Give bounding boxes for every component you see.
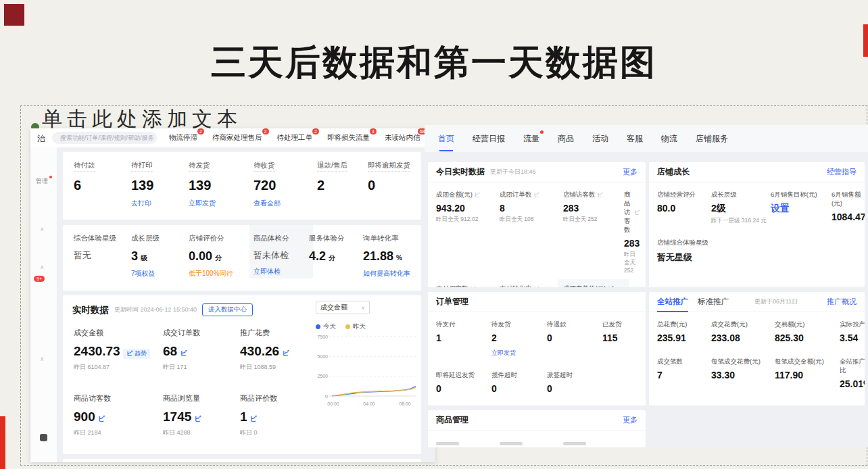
trend-chart-icon[interactable]: ビ — [194, 414, 201, 424]
nav-tab[interactable]: 客服 — [627, 133, 643, 145]
stat-cell: 待付款 6 — [74, 161, 131, 208]
chevron-up-icon[interactable]: ∧ — [40, 355, 45, 362]
stat-value: 2级 — [711, 203, 771, 215]
stat-label: 交易额(元) — [775, 320, 840, 329]
trend-chart-icon[interactable]: ビ — [534, 191, 539, 199]
slide-title: 三天后数据和第一天数据图 — [0, 39, 868, 87]
tab-standard-promo[interactable]: 标准推广 — [698, 297, 729, 307]
stat-cell: 即将延迟发货 0 — [436, 371, 491, 396]
stat-label: 成交订单数 — [163, 328, 200, 337]
search-placeholder: 搜索功能/订单/课程/规则/帮助/服务 — [60, 134, 154, 143]
chart-legend: 今天 昨天 — [316, 322, 418, 331]
stat-link[interactable]: 如何提高转化率 — [363, 269, 410, 278]
nav-item[interactable]: 即将损失流量 4 — [327, 133, 370, 143]
nav-tab[interactable]: 首页 — [438, 133, 454, 145]
stat-cell: 交易额(元) 825.30 — [775, 320, 840, 345]
nav-tab[interactable]: 经营日报 — [473, 133, 505, 145]
svg-text:5000: 5000 — [317, 354, 328, 359]
stat-label: 商品浏览量 — [163, 394, 200, 402]
nav-tab[interactable]: 商品 — [558, 133, 574, 145]
trend-chart-icon[interactable]: ビ — [608, 285, 613, 287]
stat-value: 0 — [547, 332, 602, 343]
nav-tab[interactable]: 流量 — [523, 133, 539, 145]
left-top-navbar: 治 搜索功能/订单/课程/规则/帮助/服务 物流停滞 2 待商家处理售后 — [30, 128, 435, 147]
nav-tab-label: 商品 — [558, 134, 574, 143]
promo-overview-link[interactable]: 推广概况 — [827, 297, 857, 307]
chart-metric-select[interactable]: 成交金额 ∨ — [316, 301, 370, 314]
stat-value: 设置 — [771, 203, 831, 215]
sidebar-app-icon[interactable] — [40, 434, 47, 441]
stat-link[interactable]: 低于100%同行 — [189, 269, 233, 278]
stat-link[interactable]: 7项权益 — [131, 269, 155, 278]
stat-value: 1 — [436, 332, 491, 343]
guidance-link[interactable]: 经营指导 — [827, 167, 857, 177]
stat-value: 80.0 — [657, 203, 711, 214]
nav-item[interactable]: 待商家处理售后 2 — [212, 133, 262, 143]
trend-chart-icon[interactable]: ビ — [282, 349, 289, 358]
nav-tab-label: 物流 — [661, 134, 677, 143]
more-link[interactable]: 更多 — [623, 167, 637, 177]
stat-link[interactable]: 立即体检 — [254, 267, 281, 276]
stat-label: 成长层级 — [711, 191, 771, 199]
stat-link[interactable]: 立即发货 — [189, 199, 216, 208]
stat-cell: 成交订单数 68 ビ 昨日 171 — [163, 328, 240, 372]
slide-canvas: 三天后数据和第一天数据图 单击此处添加文本 治 搜索功能/订单/课程/规则/帮助… — [0, 0, 868, 469]
nav-tab[interactable]: 物流 — [661, 133, 677, 145]
trend-chart-icon[interactable]: ビ — [180, 349, 187, 358]
stat-label: 待收货 — [254, 161, 275, 172]
right-top-navbar: 首页 经营日报 流量 商品 活动 — [425, 125, 868, 152]
nav-tab[interactable]: 活动 — [592, 133, 608, 145]
stat-value: 0 — [436, 383, 491, 394]
chevron-up-icon[interactable]: ∧ — [40, 264, 45, 270]
trend-chart-icon[interactable]: ビ — [534, 285, 539, 287]
stat-sub: 昨日全天 108 — [500, 216, 563, 224]
stat-label: 揽件超时 — [491, 371, 547, 380]
stat-cell: 支付转化率ビ 2.83% 昨日全天 42.46% — [500, 285, 563, 287]
trend-chart-icon[interactable]: ビ — [98, 414, 105, 424]
stat-value: 7 — [657, 370, 711, 380]
svg-text:0: 0 — [325, 394, 328, 399]
nav-item[interactable]: 待处理工单 2 — [277, 133, 313, 143]
nav-item[interactable]: 未读站内信 68 — [385, 133, 420, 143]
trend-chart-icon[interactable]: ビ — [634, 209, 640, 216]
legend-yesterday[interactable]: 昨天 — [345, 322, 366, 331]
stat-value: 3.54 — [840, 332, 865, 343]
stat-label: 全站推广费比 — [840, 357, 865, 375]
stat-value: 33.30 — [711, 370, 775, 380]
stat-label: 支付转化率ビ — [500, 285, 563, 287]
nav-tab[interactable]: 店铺服务 — [696, 133, 728, 145]
stat-label: 即将延迟发货 — [436, 371, 491, 380]
stat-link[interactable]: 查看全部 — [254, 199, 281, 208]
svg-text:08:00: 08:00 — [399, 401, 411, 406]
chevron-up-icon[interactable]: ∧ — [40, 226, 45, 232]
stat-sub: 昨日 0 — [240, 428, 321, 437]
trend-chart-icon[interactable]: ビ — [598, 191, 603, 199]
sidebar-count-badge: 9+ — [34, 276, 45, 282]
legend-today[interactable]: 今天 — [316, 322, 336, 331]
trend-chart-icon[interactable]: ビ — [475, 191, 480, 199]
stat-value: 283 — [563, 203, 624, 214]
sidebar-item-label[interactable]: 管理 — [36, 177, 48, 186]
clipped-text-strip — [563, 442, 586, 445]
promotion-card: 全站推广 标准推广 更新于06月11日 推广概况 总花费(元) 235.91 成 — [649, 292, 865, 405]
trend-chart-icon[interactable]: ビ — [250, 414, 257, 424]
trend-chart-icon[interactable]: ビ — [471, 285, 476, 287]
data-center-button[interactable]: 进入数据中心 — [202, 303, 253, 316]
realtime-data-card: 实时数据 更新时间 2024-06-12 15:50:40 进入数据中心 成交金… — [63, 295, 421, 454]
stat-label: 待支付 — [436, 320, 491, 329]
realtime-updated: 更新时间 2024-06-12 15:50:40 — [114, 305, 197, 314]
stat-label: 成交花费(元) — [711, 320, 775, 329]
tab-sitewide-promo[interactable]: 全站推广 — [657, 297, 688, 307]
stat-sub: 昨日 6104.87 — [74, 363, 163, 372]
trend-badge[interactable]: ビ趋势 — [123, 349, 150, 359]
more-link[interactable]: 更多 — [623, 415, 637, 425]
card-title: 店铺成长 — [657, 166, 690, 178]
stat-label: 成交金额 — [74, 328, 103, 337]
stat-link[interactable]: 立即发货 — [491, 349, 516, 357]
nav-item[interactable]: 物流停滞 2 — [169, 133, 197, 143]
stat-label: 6月销售额(元) — [831, 191, 865, 208]
svg-text:04:00: 04:00 — [363, 401, 375, 406]
stat-link[interactable]: 去打印 — [131, 199, 151, 208]
search-input[interactable]: 搜索功能/订单/课程/规则/帮助/服务 — [52, 132, 157, 144]
right-content: 今日实时数据 更新于今日18:46 更多 成团金额(元)ビ 943.20 昨日全… — [425, 152, 868, 447]
